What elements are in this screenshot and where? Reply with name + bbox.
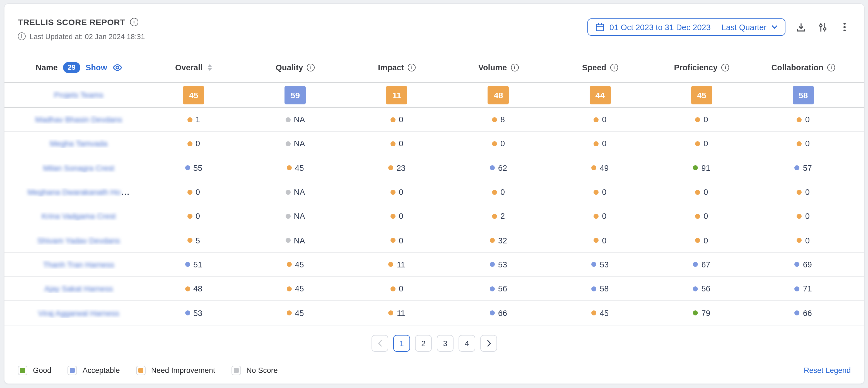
score-dot bbox=[388, 165, 393, 170]
table-row[interactable]: Megha Tamvada0NA00000 bbox=[4, 132, 864, 156]
score-dot bbox=[391, 141, 396, 146]
score-chip[interactable]: 45 bbox=[691, 86, 712, 104]
score-cell-quality: NA bbox=[244, 212, 346, 221]
column-header-volume[interactable]: Volumei bbox=[448, 63, 549, 72]
show-names-button[interactable]: Show bbox=[86, 63, 107, 72]
score-cell-speed: 49 bbox=[549, 163, 651, 172]
name-cell: Krina Vadgama Crest bbox=[14, 212, 143, 221]
score-dot bbox=[695, 189, 700, 195]
member-name-link[interactable]: Milan Sonagra Crest bbox=[43, 163, 114, 172]
table-row[interactable]: Viraj Aggarwal Harness53451166457966 bbox=[4, 301, 864, 326]
date-preset-label[interactable]: Last Quarter bbox=[721, 23, 767, 32]
score-value: 32 bbox=[498, 236, 507, 245]
eye-icon[interactable] bbox=[112, 64, 123, 71]
score-cell-proficiency: 0 bbox=[651, 139, 752, 148]
score-dot bbox=[593, 189, 598, 195]
date-range-text: 01 Oct 2023 to 31 Dec 2023 bbox=[610, 23, 711, 32]
score-cell-impact: 0 bbox=[346, 212, 448, 221]
pagination-page-1[interactable]: 1 bbox=[393, 335, 410, 352]
score-cell-overall: 0 bbox=[143, 187, 244, 197]
member-name-link[interactable]: Krina Vadgama Crest bbox=[41, 212, 116, 221]
column-header-collaboration[interactable]: Collaborationi bbox=[752, 63, 854, 72]
reset-legend-link[interactable]: Reset Legend bbox=[804, 366, 851, 375]
score-cell-overall: 0 bbox=[143, 139, 244, 148]
info-icon[interactable]: i bbox=[307, 64, 315, 71]
score-chip[interactable]: 44 bbox=[589, 86, 611, 104]
pagination-next-button[interactable] bbox=[480, 335, 497, 352]
score-dot bbox=[593, 117, 598, 122]
column-header-speed[interactable]: Speedi bbox=[549, 63, 651, 72]
score-chip[interactable]: 48 bbox=[488, 86, 509, 104]
member-name-link[interactable]: Megha Tamvada bbox=[50, 139, 108, 148]
score-value: 0 bbox=[704, 115, 708, 124]
more-options-icon[interactable] bbox=[838, 21, 851, 33]
score-value: 56 bbox=[498, 284, 507, 293]
score-cell-impact: 11 bbox=[346, 308, 448, 318]
info-icon[interactable]: i bbox=[511, 64, 519, 71]
card-header: TRELLIS SCORE REPORT i i Last Updated at… bbox=[4, 4, 864, 43]
score-cell-impact: 0 bbox=[346, 284, 448, 293]
column-header-overall[interactable]: Overall bbox=[143, 63, 244, 72]
table-row[interactable]: Milan Sonagra Crest55452362499157 bbox=[4, 156, 864, 180]
legend-item-good[interactable]: Good bbox=[18, 366, 51, 375]
score-value: NA bbox=[294, 115, 305, 124]
score-cell-proficiency: 67 bbox=[651, 260, 752, 269]
score-cell-overall: 1 bbox=[143, 115, 244, 124]
score-value: 66 bbox=[498, 308, 507, 318]
member-name-link[interactable]: Ajay Sakat Harness bbox=[44, 284, 113, 293]
table-row[interactable]: Ajay Sakat Harness4845056585671 bbox=[4, 277, 864, 301]
sort-icon[interactable] bbox=[208, 64, 212, 71]
score-dot bbox=[391, 189, 396, 195]
member-name-link[interactable]: Madhav Bhasin Devdans bbox=[35, 115, 122, 124]
date-range-picker-button[interactable]: 01 Oct 2023 to 31 Dec 2023 Last Quarter bbox=[587, 19, 785, 36]
table-row[interactable]: Krina Vadgama Crest0NA02000 bbox=[4, 204, 864, 229]
score-value: 53 bbox=[498, 260, 507, 269]
table-row-summary[interactable]: Projets Teams45591148444558 bbox=[4, 82, 864, 108]
score-cell-quality: 45 bbox=[244, 284, 346, 293]
score-chip[interactable]: 11 bbox=[386, 86, 407, 104]
column-header-quality[interactable]: Qualityi bbox=[244, 63, 346, 72]
score-cell-proficiency: 0 bbox=[651, 187, 752, 197]
member-name-link[interactable]: Viraj Aggarwal Harness bbox=[38, 308, 119, 318]
score-value: 11 bbox=[397, 260, 405, 269]
column-header-proficiency[interactable]: Proficiencyi bbox=[651, 63, 752, 72]
info-icon[interactable]: i bbox=[721, 64, 730, 71]
legend-item-no-score[interactable]: No Score bbox=[231, 366, 278, 375]
download-icon[interactable] bbox=[795, 21, 807, 33]
table-row[interactable]: Shivam Yadav Devdans5NA032000 bbox=[4, 229, 864, 253]
settings-sliders-icon[interactable] bbox=[817, 21, 829, 33]
title-info-icon[interactable]: i bbox=[130, 18, 138, 26]
pagination-page-2[interactable]: 2 bbox=[415, 335, 432, 352]
score-cell-volume: 0 bbox=[448, 139, 549, 148]
column-header-impact[interactable]: Impacti bbox=[346, 63, 448, 72]
score-chip[interactable]: 58 bbox=[793, 86, 814, 104]
column-header-label: Impact bbox=[378, 63, 404, 72]
score-cell-proficiency: 0 bbox=[651, 236, 752, 245]
score-value: 53 bbox=[193, 308, 202, 318]
member-name-link[interactable]: Projets Teams bbox=[54, 90, 103, 99]
info-icon[interactable]: i bbox=[610, 64, 618, 71]
table-row[interactable]: Thanh Tran Harness51451153536769 bbox=[4, 253, 864, 277]
legend-item-acceptable[interactable]: Acceptable bbox=[67, 366, 120, 375]
table-row[interactable]: Meghana Dwarakanath Ho...0NA00000 bbox=[4, 180, 864, 205]
pagination-page-4[interactable]: 4 bbox=[459, 335, 475, 352]
name-cell: Shivam Yadav Devdans bbox=[14, 236, 143, 245]
member-name-link[interactable]: Thanh Tran Harness bbox=[43, 260, 114, 269]
pagination-page-3[interactable]: 3 bbox=[437, 335, 454, 352]
score-cell-speed: 0 bbox=[549, 115, 651, 124]
score-chip[interactable]: 45 bbox=[183, 86, 204, 104]
score-chip[interactable]: 59 bbox=[284, 86, 306, 104]
info-icon[interactable]: i bbox=[408, 64, 415, 71]
table-row[interactable]: Madhav Bhasin Devdans1NA08000 bbox=[4, 108, 864, 132]
score-cell-proficiency: 79 bbox=[651, 308, 752, 318]
member-name-link[interactable]: Meghana Dwarakanath Ho bbox=[28, 187, 121, 197]
info-icon[interactable]: i bbox=[827, 64, 835, 71]
score-value: 69 bbox=[803, 260, 812, 269]
summary-score-cell-overall: 45 bbox=[143, 86, 244, 104]
score-dot bbox=[391, 286, 396, 291]
score-value: 23 bbox=[397, 163, 406, 172]
score-cell-volume: 2 bbox=[448, 212, 549, 221]
score-cell-impact: 0 bbox=[346, 115, 448, 124]
member-name-link[interactable]: Shivam Yadav Devdans bbox=[37, 236, 120, 245]
legend-item-need-improvement[interactable]: Need Improvement bbox=[136, 366, 215, 375]
